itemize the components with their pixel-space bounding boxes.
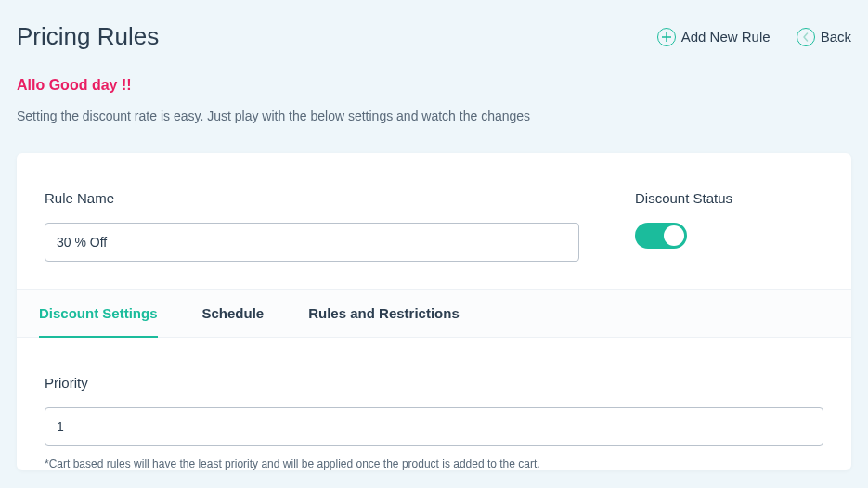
rule-name-input[interactable] — [45, 223, 579, 262]
discount-status-group: Discount Status — [635, 190, 732, 249]
rule-name-label: Rule Name — [45, 190, 579, 206]
chevron-left-icon — [797, 28, 815, 46]
page-header: Pricing Rules Add New Rule Back — [17, 22, 851, 51]
toggle-knob-icon — [664, 225, 684, 246]
plus-circle-icon — [657, 28, 676, 46]
instruction-text: Setting the discount rate is easy. Just … — [17, 109, 851, 123]
tab-schedule[interactable]: Schedule — [202, 290, 265, 338]
discount-settings-panel: Priority *Cart based rules will have the… — [17, 338, 851, 470]
back-label: Back — [821, 29, 851, 45]
tab-rules-restrictions[interactable]: Rules and Restrictions — [308, 290, 460, 338]
rule-card: Rule Name Discount Status Discount Setti… — [17, 153, 851, 470]
priority-label: Priority — [45, 375, 823, 391]
add-new-rule-button[interactable]: Add New Rule — [657, 28, 771, 46]
rule-basic-section: Rule Name Discount Status — [17, 153, 851, 289]
greeting-text: Allo Good day !! — [17, 77, 851, 94]
add-new-rule-label: Add New Rule — [681, 29, 771, 45]
tab-discount-settings[interactable]: Discount Settings — [39, 290, 158, 338]
header-actions: Add New Rule Back — [657, 28, 851, 46]
priority-hint: *Cart based rules will have the least pr… — [45, 457, 823, 470]
rule-name-group: Rule Name — [45, 190, 579, 262]
tabs-row: Discount Settings Schedule Rules and Res… — [17, 289, 851, 338]
discount-status-label: Discount Status — [635, 190, 732, 206]
discount-status-toggle[interactable] — [635, 223, 687, 249]
priority-input[interactable] — [45, 407, 823, 446]
page-title: Pricing Rules — [17, 22, 159, 51]
back-button[interactable]: Back — [797, 28, 851, 46]
